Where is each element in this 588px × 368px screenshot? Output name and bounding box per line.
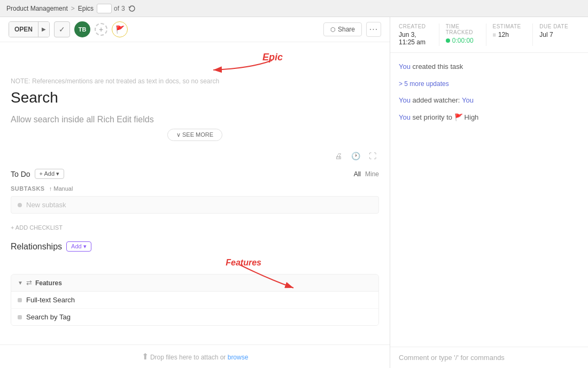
nav-counter-total: 3: [121, 5, 125, 12]
add-user-button[interactable]: +: [95, 23, 107, 36]
check-button[interactable]: ✓: [54, 21, 70, 37]
epic-annotation-wrapper: Epic: [11, 51, 379, 77]
activity-user-2: You: [399, 96, 411, 104]
time-tracked-value-wrapper: 0:00:00: [446, 37, 479, 44]
relationships-title: Relationships: [11, 242, 62, 252]
add-todo-button[interactable]: + Add ▾: [35, 169, 65, 179]
activity-area: You created this task > 5 more updates Y…: [390, 53, 588, 347]
open-button[interactable]: OPEN ▶: [9, 21, 50, 37]
add-checklist-button[interactable]: + ADD CHECKLIST: [11, 224, 379, 231]
created-value: Jun 3, 11:25 am: [399, 31, 432, 46]
left-panel: OPEN ▶ ✓ TB + 🚩 ⬡ Share ··· Epic: [0, 17, 390, 368]
rel-item-fulltext[interactable]: Full-text Search: [11, 292, 378, 309]
new-subtask-text: New subtask: [26, 201, 66, 209]
open-arrow[interactable]: ▶: [38, 21, 49, 37]
rel-item-tag[interactable]: Search by Tag: [11, 309, 378, 325]
epic-arrow-svg: [197, 55, 283, 76]
rel-item-dot-2: [18, 315, 22, 319]
history-icon[interactable]: 🕐: [349, 150, 362, 162]
relationships-header: Relationships Add ▾: [11, 241, 379, 252]
meta-bar: CREATED Jun 3, 11:25 am TIME TRACKED 0:0…: [390, 17, 588, 53]
refresh-icon[interactable]: [128, 5, 136, 12]
breadcrumb-epics[interactable]: Epics: [78, 5, 94, 12]
features-arrow-svg: [235, 262, 304, 292]
upload-icon: ⬆: [142, 352, 149, 361]
content-area: Epic NOTE: References/mentions are not t…: [0, 42, 390, 344]
share-button[interactable]: ⬡ Share: [323, 22, 362, 36]
more-options-button[interactable]: ···: [366, 22, 381, 37]
todo-header: To Do + Add ▾ All Mine: [11, 169, 379, 179]
relationships-section: Relationships Add ▾ Features: [11, 241, 379, 326]
rel-item-dot: [18, 298, 22, 302]
collapse-icon: ▼: [18, 280, 23, 286]
activity-created-text: created this task: [413, 62, 463, 71]
subtasks-label: SUBTASKS: [11, 185, 45, 192]
breadcrumb-sep1: >: [71, 5, 75, 12]
due-date-value: Jul 7: [539, 31, 573, 38]
expand-icon[interactable]: ⛶: [366, 150, 379, 162]
estimate-value: 12h: [498, 31, 509, 38]
more-updates-text[interactable]: > 5 more updates: [399, 80, 449, 88]
activity-created: You created this task: [399, 61, 579, 72]
activity-watcher-text: added watcher:: [413, 96, 460, 104]
created-label: CREATED: [399, 24, 432, 29]
meta-estimate: ESTIMATE ≡ 12h: [486, 24, 533, 46]
activity-priority: You set priority to 🚩 High: [399, 112, 579, 123]
top-nav: Product Management > Epics 3 of 3: [0, 0, 588, 17]
filter-mine-button[interactable]: Mine: [365, 170, 379, 178]
estimate-value-wrapper: ≡ 12h: [493, 31, 527, 38]
description-text: Allow search inside all Rich Edit fields: [11, 115, 379, 124]
note-text: NOTE: References/mentions are not treate…: [11, 77, 379, 85]
check-icon: ✓: [59, 25, 65, 34]
share-icon: ⬡: [330, 26, 336, 33]
breadcrumb-product[interactable]: Product Management: [6, 5, 68, 12]
subtasks-section: SUBTASKS ↑ Manual New subtask: [11, 185, 379, 214]
manual-badge: ↑ Manual: [49, 185, 73, 192]
content-actions: 🖨 🕐 ⛶: [11, 150, 379, 162]
see-more-button[interactable]: ∨ SEE MORE: [167, 129, 222, 141]
meta-time-tracked: TIME TRACKED 0:00:00: [439, 24, 486, 46]
features-group-header[interactable]: ▼ ⇄ Features: [11, 275, 378, 292]
todo-section: To Do + Add ▾ All Mine SUBTASKS ↑ Manual: [11, 169, 379, 214]
rel-item-text-tag: Search by Tag: [26, 313, 71, 321]
avatar: TB: [74, 21, 90, 37]
flag-yellow-icon: 🚩: [454, 112, 463, 123]
features-group-title: Features: [35, 279, 62, 287]
rel-group-icon: ⇄: [26, 279, 32, 287]
browse-link[interactable]: browse: [228, 354, 249, 361]
meta-created: CREATED Jun 3, 11:25 am: [399, 24, 439, 46]
activity-watcher-name: You: [462, 96, 474, 104]
comment-box[interactable]: Comment or type '/' for commands: [390, 347, 588, 368]
estimate-icon: ≡: [493, 32, 496, 38]
time-tracked-value: 0:00:00: [452, 37, 474, 44]
meta-due-date: DUE DATE Jul 7: [532, 24, 579, 46]
activity-user-3: You: [399, 113, 411, 121]
drop-label: Drop files here to attach or: [150, 354, 226, 361]
toolbar: OPEN ▶ ✓ TB + 🚩 ⬡ Share ···: [0, 17, 390, 42]
nav-counter-input[interactable]: 3: [97, 4, 112, 13]
priority-high-badge: 🚩 High: [454, 112, 479, 123]
todo-title: To Do: [11, 170, 30, 178]
right-panel: CREATED Jun 3, 11:25 am TIME TRACKED 0:0…: [390, 17, 588, 368]
page-title: Search: [11, 89, 379, 106]
nav-counter: 3 of 3: [97, 4, 125, 13]
priority-flag-button[interactable]: 🚩: [112, 21, 128, 37]
activity-watcher: You added watcher: You: [399, 95, 579, 106]
todo-filter: All Mine: [354, 170, 379, 178]
estimate-label: ESTIMATE: [493, 24, 527, 29]
nav-counter-of: of: [114, 5, 119, 12]
drop-zone: ⬆ Drop files here to attach or browse: [0, 344, 390, 368]
filter-all-button[interactable]: All: [354, 170, 361, 178]
activity-priority-text: set priority to: [413, 113, 452, 121]
activity-more-updates[interactable]: > 5 more updates: [399, 79, 579, 89]
new-subtask-row[interactable]: New subtask: [11, 196, 379, 214]
add-relationship-button[interactable]: Add ▾: [66, 241, 91, 252]
due-date-label: DUE DATE: [539, 24, 573, 29]
time-tracked-label: TIME TRACKED: [446, 24, 479, 35]
print-icon[interactable]: 🖨: [332, 150, 345, 162]
share-label: Share: [338, 26, 355, 33]
open-label: OPEN: [9, 21, 38, 37]
features-annotation-wrapper: Features: [11, 258, 379, 274]
relationship-group: ▼ ⇄ Features Full-text Search Search by …: [11, 274, 379, 326]
green-dot-icon: [446, 38, 450, 43]
